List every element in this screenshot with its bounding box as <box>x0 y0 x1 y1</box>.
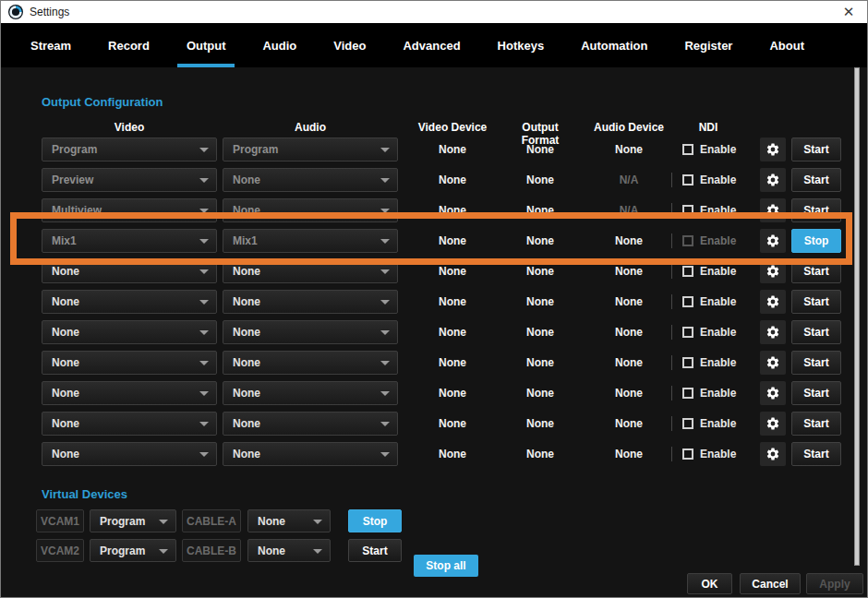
start-stop-button[interactable]: Start <box>791 290 841 314</box>
audio-source-select[interactable]: None <box>223 412 398 436</box>
chevron-down-icon <box>199 269 209 274</box>
audio-source-select[interactable]: None <box>223 351 398 375</box>
ndi-enable-checkbox[interactable] <box>682 448 693 460</box>
vertical-scrollbar[interactable] <box>854 67 860 566</box>
start-stop-button[interactable]: Start <box>791 442 841 466</box>
ndi-enable-checkbox[interactable] <box>682 327 693 338</box>
start-stop-button[interactable]: Start <box>791 381 841 405</box>
title-bar: Settings ✕ <box>1 1 867 23</box>
chevron-down-icon <box>159 520 168 524</box>
vcam-source-select[interactable]: Program <box>90 539 176 562</box>
start-stop-button[interactable]: Start <box>791 320 841 344</box>
output-settings-button[interactable] <box>760 168 786 192</box>
ndi-enable-checkbox[interactable] <box>682 174 693 185</box>
tab-output[interactable]: Output <box>175 23 237 67</box>
ok-button[interactable]: OK <box>687 573 732 594</box>
video-device-value: None <box>398 351 507 375</box>
tab-record[interactable]: Record <box>97 23 161 67</box>
virtual-devices-title: Virtual Devices <box>42 487 127 501</box>
video-source-value: None <box>52 448 79 460</box>
audio-source-select[interactable]: None <box>223 320 398 344</box>
output-row: None None None None None Enable Start <box>42 351 854 381</box>
output-row: None None None None None Enable Start <box>42 259 854 290</box>
audio-source-select[interactable]: None <box>223 290 398 314</box>
output-settings-button[interactable] <box>760 138 786 161</box>
start-stop-button[interactable]: Start <box>791 138 841 161</box>
video-source-select[interactable]: None <box>42 290 217 314</box>
tab-about[interactable]: About <box>758 23 815 67</box>
audio-source-select[interactable]: Mix1 <box>223 229 398 253</box>
vcam-start-stop-button[interactable]: Start <box>348 539 402 562</box>
video-source-value: None <box>52 356 79 369</box>
audio-source-select[interactable]: None <box>223 381 398 405</box>
output-settings-button[interactable] <box>760 320 786 344</box>
start-stop-button[interactable]: Start <box>791 351 841 375</box>
audio-source-value: None <box>233 173 260 186</box>
video-source-select[interactable]: Program <box>42 138 217 161</box>
vcam-audio-select[interactable]: None <box>247 509 331 532</box>
video-source-select[interactable]: None <box>42 412 217 436</box>
output-settings-button[interactable] <box>760 229 786 253</box>
video-source-select[interactable]: Multiview <box>42 198 217 222</box>
output-format-value: None <box>507 351 573 375</box>
chevron-down-icon <box>380 209 390 213</box>
audio-source-select[interactable]: Program <box>223 138 398 161</box>
audio-source-select[interactable]: None <box>223 259 398 283</box>
video-source-select[interactable]: None <box>42 351 217 375</box>
ndi-enable-label: Enable <box>700 173 736 186</box>
ndi-enable-checkbox[interactable] <box>682 357 693 368</box>
cancel-button[interactable]: Cancel <box>740 573 801 594</box>
start-stop-button[interactable]: Start <box>791 412 841 436</box>
ndi-enable-checkbox[interactable] <box>682 418 693 429</box>
start-stop-button[interactable]: Start <box>791 198 841 222</box>
vcam-source-select[interactable]: Program <box>90 509 176 532</box>
stop-all-button[interactable]: Stop all <box>414 555 478 577</box>
audio-source-value: None <box>233 448 260 460</box>
ndi-enable-checkbox[interactable] <box>682 296 693 307</box>
output-row: None None None None None Enable Start <box>42 381 854 412</box>
output-settings-button[interactable] <box>760 259 786 283</box>
video-source-select[interactable]: None <box>42 442 217 466</box>
tab-audio[interactable]: Audio <box>251 23 307 67</box>
audio-source-select[interactable]: None <box>223 442 398 466</box>
tab-automation[interactable]: Automation <box>570 23 658 67</box>
video-source-select[interactable]: None <box>42 320 217 344</box>
chevron-down-icon <box>380 239 390 244</box>
audio-source-select[interactable]: None <box>223 198 398 222</box>
start-stop-button[interactable]: Start <box>791 259 841 283</box>
tab-video[interactable]: Video <box>322 23 377 67</box>
vcam-audio-select[interactable]: None <box>247 539 331 562</box>
output-settings-button[interactable] <box>760 198 786 222</box>
gear-icon <box>766 386 780 401</box>
video-source-select[interactable]: None <box>42 259 217 283</box>
vcam-start-stop-button[interactable]: Stop <box>348 509 402 532</box>
audio-source-select[interactable]: None <box>223 168 398 192</box>
tab-hotkeys[interactable]: Hotkeys <box>487 23 556 67</box>
ndi-enable-checkbox[interactable] <box>682 235 693 246</box>
output-settings-button[interactable] <box>760 442 786 466</box>
ndi-enable-label: Enable <box>700 356 736 369</box>
video-device-value: None <box>398 138 507 161</box>
ndi-enable-checkbox[interactable] <box>682 388 693 399</box>
start-stop-button[interactable]: Start <box>791 168 841 192</box>
video-device-value: None <box>398 290 507 314</box>
ndi-enable-checkbox[interactable] <box>682 144 693 155</box>
output-settings-button[interactable] <box>760 290 786 314</box>
tab-advanced[interactable]: Advanced <box>392 23 471 67</box>
video-source-select[interactable]: Mix1 <box>42 229 217 253</box>
output-settings-button[interactable] <box>760 412 786 436</box>
ndi-enable-checkbox[interactable] <box>682 266 693 277</box>
video-source-value: None <box>52 295 79 308</box>
video-source-select[interactable]: Preview <box>42 168 217 192</box>
output-settings-button[interactable] <box>760 381 786 405</box>
tab-register[interactable]: Register <box>673 23 743 67</box>
tab-stream[interactable]: Stream <box>19 23 82 67</box>
apply-button[interactable]: Apply <box>806 573 863 594</box>
video-source-select[interactable]: None <box>42 381 217 405</box>
cable-name-box: CABLE-B <box>182 539 241 562</box>
start-stop-button[interactable]: Stop <box>791 229 841 253</box>
ndi-enable-checkbox[interactable] <box>682 205 693 216</box>
output-settings-button[interactable] <box>760 351 786 375</box>
chevron-down-icon <box>380 300 390 305</box>
close-button[interactable]: ✕ <box>836 1 862 23</box>
